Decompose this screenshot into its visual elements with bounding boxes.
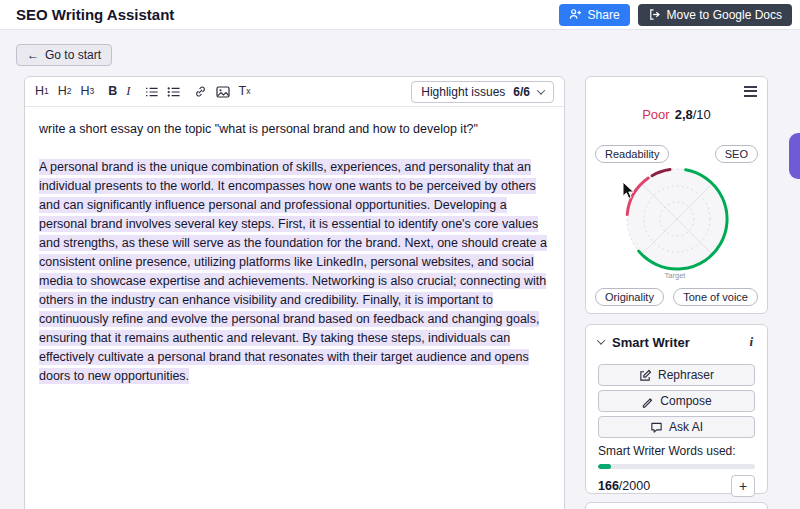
insert-group: Tx: [194, 85, 251, 98]
heading3-sub: 3: [90, 87, 95, 96]
pill-row-bottom: Originality Tone of voice: [595, 288, 758, 306]
score-rating: Poor: [642, 107, 669, 122]
list-group: [145, 86, 180, 98]
person-plus-icon: [569, 8, 582, 21]
compose-button[interactable]: Compose: [598, 390, 755, 412]
go-to-start-button[interactable]: ← Go to start: [16, 44, 112, 66]
rephraser-button[interactable]: Rephraser: [598, 364, 755, 386]
words-count: 166/2000: [598, 479, 650, 493]
heading2-label: H: [58, 85, 67, 98]
move-to-google-docs-button[interactable]: Move to Google Docs: [638, 4, 792, 26]
highlight-issues-label: Highlight issues: [421, 85, 505, 99]
highlight-issues-count: 6/6: [513, 85, 530, 99]
editor-toolbar: H1 H2 H3 B I: [25, 77, 564, 107]
heading3-button[interactable]: H3: [81, 85, 95, 98]
score-value: 2,8: [675, 107, 693, 122]
share-button-label: Share: [588, 8, 620, 22]
editor-content[interactable]: write a short essay on the topic "what i…: [25, 107, 564, 399]
score-radar-chart: Target: [597, 155, 758, 293]
pen-icon: [641, 395, 654, 408]
add-words-button[interactable]: +: [731, 475, 755, 497]
words-total-value: /2000: [619, 479, 650, 493]
heading3-label: H: [81, 85, 90, 98]
seo-pill[interactable]: SEO: [715, 145, 758, 163]
numbered-list-icon: [145, 86, 158, 98]
info-icon[interactable]: i: [747, 334, 755, 350]
next-panel: [585, 502, 768, 509]
editor-card: H1 H2 H3 B I: [24, 76, 565, 509]
image-button[interactable]: [216, 86, 230, 98]
heading1-label: H: [35, 85, 44, 98]
pill-row-top: Readability SEO: [595, 145, 758, 163]
highlighted-text: A personal brand is the unique combinati…: [39, 159, 547, 384]
words-used-label: Smart Writer Words used:: [598, 444, 755, 458]
sidebar-handle[interactable]: [789, 133, 800, 179]
clear-formatting-button[interactable]: Tx: [239, 85, 251, 98]
originality-pill[interactable]: Originality: [595, 288, 664, 306]
score-summary: Poor2,8/10: [586, 107, 767, 122]
topbar-actions: Share Move to Google Docs: [559, 4, 792, 26]
go-to-start-label: Go to start: [45, 48, 101, 62]
score-panel: Poor2,8/10 Readability SEO Target Origin…: [585, 76, 768, 314]
tone-of-voice-pill[interactable]: Tone of voice: [673, 288, 758, 306]
bold-button[interactable]: B: [108, 85, 117, 98]
prompt-paragraph: write a short essay on the topic "what i…: [39, 120, 550, 139]
back-arrow-icon: ←: [27, 48, 39, 62]
image-icon: [216, 86, 230, 98]
chevron-down-icon: [537, 86, 545, 94]
page-title: SEO Writing Assistant: [16, 6, 174, 23]
heading2-sub: 2: [67, 87, 72, 96]
numbered-list-button[interactable]: [145, 86, 158, 98]
heading1-button[interactable]: H1: [35, 85, 49, 98]
heading1-sub: 1: [44, 87, 49, 96]
bullet-list-icon: [167, 86, 180, 98]
chat-icon: [650, 421, 663, 434]
smart-writer-panel: Smart Writer i Rephraser Compose Ask AI …: [585, 324, 768, 494]
highlight-issues-dropdown[interactable]: Highlight issues 6/6: [411, 81, 554, 103]
ask-ai-label: Ask AI: [669, 420, 703, 434]
link-button[interactable]: [194, 85, 207, 98]
share-button[interactable]: Share: [559, 4, 630, 26]
target-label: Target: [665, 271, 687, 280]
format-group: B I: [108, 85, 130, 98]
clear-formatting-label: T: [239, 85, 247, 98]
heading2-button[interactable]: H2: [58, 85, 72, 98]
top-bar: SEO Writing Assistant Share Move to Goog…: [0, 0, 800, 30]
smart-writer-header: Smart Writer i: [598, 333, 755, 351]
score-denominator: /10: [693, 107, 711, 122]
words-used-value: 166: [598, 479, 619, 493]
words-counter-row: 166/2000 +: [598, 475, 755, 497]
edit-icon: [639, 369, 652, 382]
compose-label: Compose: [660, 394, 711, 408]
italic-button[interactable]: I: [126, 85, 130, 98]
move-to-google-docs-label: Move to Google Docs: [667, 8, 782, 22]
collapse-chevron-icon[interactable]: [597, 336, 605, 344]
essay-paragraph: A personal brand is the unique combinati…: [39, 158, 550, 386]
menu-icon[interactable]: [744, 86, 757, 99]
readability-pill[interactable]: Readability: [595, 145, 669, 163]
ask-ai-button[interactable]: Ask AI: [598, 416, 755, 438]
link-icon: [194, 85, 207, 98]
rephraser-label: Rephraser: [658, 368, 714, 382]
words-progress-fill: [598, 464, 611, 469]
words-progress-bar: [598, 464, 755, 469]
export-icon: [648, 8, 661, 21]
clear-formatting-sub: x: [246, 87, 250, 96]
bullet-list-button[interactable]: [167, 86, 180, 98]
heading-group: H1 H2 H3: [35, 85, 94, 98]
smart-writer-title: Smart Writer: [612, 335, 690, 350]
